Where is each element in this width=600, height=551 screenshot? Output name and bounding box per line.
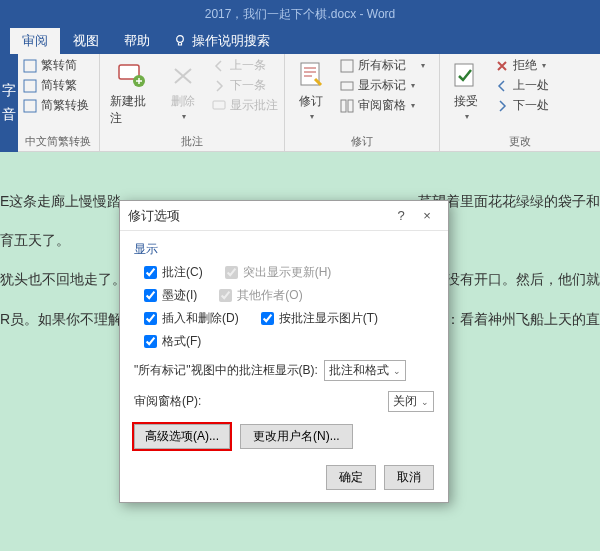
svg-point-0 [177,36,184,43]
checkbox-other-authors: 其他作者(O) [219,287,302,304]
convert-icon [22,78,38,94]
ok-button[interactable]: 确定 [326,465,376,490]
checkbox-comments[interactable]: 批注(C) [144,264,203,281]
reject-button[interactable]: 拒绝▾ [494,57,549,74]
svg-rect-12 [455,64,473,86]
svg-rect-2 [24,80,36,92]
svg-rect-9 [341,82,353,90]
chinese-convert[interactable]: 简繁转换 [22,97,93,114]
delete-icon [167,59,199,91]
pane-icon [339,98,355,114]
tell-me-label: 操作说明搜索 [192,32,270,50]
dialog-help-button[interactable]: ? [388,205,414,227]
section-label: 显示 [134,241,434,258]
comment-icon [211,98,227,114]
delete-comment-button[interactable]: 删除▾ [163,57,203,123]
show-comments[interactable]: 显示批注 [211,97,278,114]
lightbulb-icon [173,34,187,48]
trad-to-simp[interactable]: 繁转简 [22,57,93,74]
next-comment[interactable]: 下一条 [211,77,278,94]
next-icon [494,98,510,114]
show-markup[interactable]: 显示标记▾ [339,77,425,94]
prev-comment[interactable]: 上一条 [211,57,278,74]
checkbox-formatting[interactable]: 格式(F) [144,333,201,350]
review-pane-select[interactable]: 关闭⌄ [388,391,434,412]
tab-view[interactable]: 视图 [61,28,111,54]
tab-review[interactable]: 审阅 [10,28,60,54]
track-icon [295,59,327,91]
dialog-titlebar[interactable]: 修订选项 ? × [120,201,448,231]
checkbox-pictures-by-comment[interactable]: 按批注显示图片(T) [261,310,378,327]
dialog-title: 修订选项 [128,207,180,225]
next-change[interactable]: 下一处 [494,97,549,114]
reject-icon [494,58,510,74]
window-title: 2017，我们一起下个棋.docx - Word [0,0,600,28]
prev-icon [494,78,510,94]
dialog-close-button[interactable]: × [414,205,440,227]
markup-dropdown[interactable]: 所有标记▾ [339,57,425,74]
track-changes-options-dialog: 修订选项 ? × 显示 批注(C) 突出显示更新(H) 墨迹(I) 其他作者(O… [119,200,449,503]
svg-rect-3 [24,100,36,112]
next-icon [211,78,227,94]
group-label: 中文简繁转换 [22,134,93,151]
accept-button[interactable]: 接受▾ [446,57,486,123]
checkbox-highlight-updates: 突出显示更新(H) [225,264,332,281]
svg-rect-10 [341,100,346,112]
left-pane-edge: 字 音 [0,54,18,152]
group-label: 修订 [291,134,433,151]
convert-icon [22,98,38,114]
review-pane-label: 审阅窗格(P): [134,393,201,410]
accept-icon [450,59,482,91]
cancel-button[interactable]: 取消 [384,465,434,490]
track-changes-button[interactable]: 修订▾ [291,57,331,123]
new-comment-button[interactable]: 新建批注 [106,57,155,129]
balloons-label: "所有标记"视图中的批注框显示(B): [134,362,318,379]
svg-rect-11 [348,100,353,112]
tab-help[interactable]: 帮助 [112,28,162,54]
prev-change[interactable]: 上一处 [494,77,549,94]
simp-to-trad[interactable]: 简转繁 [22,77,93,94]
svg-rect-1 [24,60,36,72]
chevron-down-icon: ⌄ [421,397,429,407]
tell-me-search[interactable]: 操作说明搜索 [163,28,280,54]
markup-icon [339,58,355,74]
checkbox-ink[interactable]: 墨迹(I) [144,287,197,304]
checkbox-insert-delete[interactable]: 插入和删除(D) [144,310,239,327]
chevron-down-icon: ⌄ [393,366,401,376]
ribbon-tabs: 审阅 视图 帮助 操作说明搜索 [0,28,600,54]
group-label: 批注 [106,134,278,151]
prev-icon [211,58,227,74]
convert-icon [22,58,38,74]
svg-rect-8 [341,60,353,72]
review-pane[interactable]: 审阅窗格▾ [339,97,425,114]
ribbon: 繁转简 简转繁 简繁转换 中文简繁转换 新建批注 删除▾ 上一条 下一条 显示批… [0,54,600,152]
advanced-options-button[interactable]: 高级选项(A)... [134,424,230,449]
new-comment-icon [115,59,147,91]
svg-rect-6 [213,101,225,109]
show-markup-icon [339,78,355,94]
change-username-button[interactable]: 更改用户名(N)... [240,424,353,449]
group-label: 更改 [446,134,594,151]
balloons-select[interactable]: 批注和格式⌄ [324,360,406,381]
